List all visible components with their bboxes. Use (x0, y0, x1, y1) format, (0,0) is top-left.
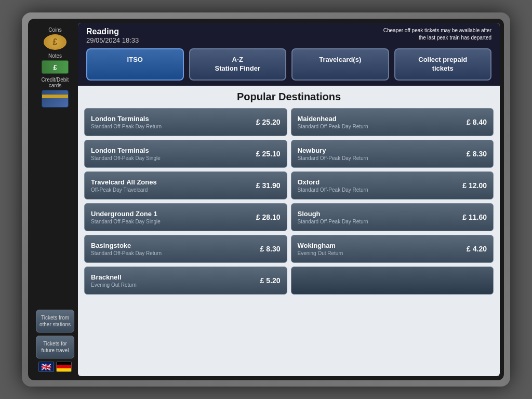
dest-button-bracknell[interactable]: Bracknell Evening Out Return £ 5.20 (84, 267, 287, 295)
dest-button-oxford[interactable]: Oxford Standard Off-Peak Day Return £ 12… (291, 171, 494, 200)
dest-price: £ 8.40 (467, 118, 487, 126)
collect-prepaid-button[interactable]: Collect prepaidtickets (394, 48, 492, 81)
dest-name: Maidenhead (298, 115, 368, 123)
dest-type: Standard Off-Peak Day Single (91, 155, 161, 161)
dest-name: Underground Zone 1 (91, 210, 161, 218)
dest-info: Underground Zone 1 Standard Off-Peak Day… (91, 210, 161, 224)
language-flags: 🇬🇧 (38, 362, 72, 372)
section-title: Popular Destinations (84, 91, 494, 103)
card-icon (42, 90, 69, 108)
dest-price: £ 12.00 (462, 181, 487, 190)
dest-price: £ 25.20 (256, 118, 281, 126)
dest-type: Standard Off-Peak Day Return (91, 250, 162, 256)
dest-price: £ 5.20 (260, 276, 281, 285)
travelcards-button[interactable]: Travelcard(s) (291, 48, 389, 81)
dest-info: London Terminals Standard Off-Peak Day S… (91, 147, 161, 161)
dest-button-slough[interactable]: Slough Standard Off-Peak Day Return £ 11… (291, 203, 494, 231)
dest-name: Slough (298, 210, 368, 218)
dest-price: £ 28.10 (256, 213, 281, 221)
dest-price: £ 8.30 (467, 150, 487, 158)
screen-bezel: Coins £ Notes £ Credit/Debit cards Ticke… (28, 19, 504, 380)
header-notice: Cheaper off peak tickets may be availabl… (377, 27, 491, 42)
notes-label: Notes (48, 53, 62, 59)
dest-price: £ 11.60 (462, 213, 487, 221)
sidebar: Coins £ Notes £ Credit/Debit cards Ticke… (32, 23, 78, 376)
dest-type: Evening Out Return (91, 282, 137, 288)
machine-outer: Coins £ Notes £ Credit/Debit cards Ticke… (22, 12, 510, 387)
dest-info: Basingstoke Standard Off-Peak Day Return (91, 242, 162, 256)
card-label: Credit/Debit cards (35, 77, 75, 88)
dest-info: Maidenhead Standard Off-Peak Day Return (298, 115, 368, 129)
station-info: Reading 29/05/2024 18:33 (86, 27, 139, 44)
dest-name: London Terminals (91, 147, 161, 154)
dest-name: Basingstoke (91, 242, 162, 249)
main-screen: Reading 29/05/2024 18:33 Cheaper off pea… (78, 23, 500, 376)
itso-button[interactable]: ITSO (86, 48, 184, 81)
dest-button-underground-zone-1[interactable]: Underground Zone 1 Standard Off-Peak Day… (84, 203, 287, 231)
dest-type: Standard Off-Peak Day Return (298, 124, 368, 129)
dest-type: Standard Off-Peak Day Single (91, 219, 161, 224)
top-buttons-row: ITSO A-ZStation Finder Travelcard(s) Col… (78, 48, 500, 86)
dest-button-maidenhead[interactable]: Maidenhead Standard Off-Peak Day Return … (291, 108, 494, 136)
dest-button-basingstoke[interactable]: Basingstoke Standard Off-Peak Day Return… (84, 235, 287, 263)
dest-button-wokingham[interactable]: Wokingham Evening Out Return £ 4.20 (291, 235, 494, 263)
dest-name: Wokingham (298, 242, 343, 249)
dest-name: Newbury (298, 147, 368, 154)
dest-name: Bracknell (91, 273, 137, 281)
dest-type: Standard Off-Peak Day Return (91, 124, 162, 129)
dest-type: Standard Off-Peak Day Return (298, 219, 368, 224)
dest-price: £ 25.10 (256, 150, 281, 158)
de-flag[interactable] (56, 362, 72, 372)
coin-icon: £ (44, 34, 66, 50)
dest-name: Travelcard All Zones (91, 178, 157, 186)
uk-flag[interactable]: 🇬🇧 (38, 362, 54, 372)
dest-info: Wokingham Evening Out Return (298, 242, 343, 256)
note-icon: £ (42, 60, 69, 74)
future-travel-button[interactable]: Tickets for future travel (36, 336, 74, 358)
dest-price: £ 4.20 (467, 245, 487, 253)
az-station-finder-button[interactable]: A-ZStation Finder (189, 48, 287, 81)
dest-name: Oxford (298, 178, 368, 186)
dest-button-travelcard-all-zones[interactable]: Travelcard All Zones Off-Peak Day Travel… (84, 171, 287, 200)
dest-info: Newbury Standard Off-Peak Day Return (298, 147, 368, 161)
dest-button-london-terminals[interactable]: London Terminals Standard Off-Peak Day R… (84, 108, 287, 136)
station-datetime: 29/05/2024 18:33 (86, 36, 139, 44)
dest-button-empty (291, 267, 494, 295)
card-section: Credit/Debit cards (35, 77, 75, 108)
dest-type: Standard Off-Peak Day Return (298, 187, 368, 193)
coins-label: Coins (48, 27, 62, 33)
station-name: Reading (86, 27, 139, 36)
destinations-grid: London Terminals Standard Off-Peak Day R… (84, 108, 494, 295)
header-bar: Reading 29/05/2024 18:33 Cheaper off pea… (78, 23, 500, 48)
dest-type: Off-Peak Day Travelcard (91, 187, 157, 193)
dest-type: Standard Off-Peak Day Return (298, 155, 368, 161)
other-stations-button[interactable]: Tickets from other stations (36, 310, 74, 332)
destinations-section: Popular Destinations London Terminals St… (78, 86, 500, 376)
dest-button-newbury[interactable]: Newbury Standard Off-Peak Day Return £ 8… (291, 140, 494, 168)
dest-info: Oxford Standard Off-Peak Day Return (298, 178, 368, 193)
coins-section: Coins £ (35, 27, 75, 50)
dest-info: Bracknell Evening Out Return (91, 273, 137, 288)
dest-type: Evening Out Return (298, 250, 343, 256)
dest-button-london-terminals[interactable]: London Terminals Standard Off-Peak Day S… (84, 140, 287, 168)
dest-info: London Terminals Standard Off-Peak Day R… (91, 115, 162, 129)
dest-info: Slough Standard Off-Peak Day Return (298, 210, 368, 224)
dest-price: £ 8.30 (260, 245, 281, 253)
dest-name: London Terminals (91, 115, 162, 123)
notes-section: Notes £ (35, 53, 75, 74)
dest-price: £ 31.90 (256, 181, 281, 190)
dest-info: Travelcard All Zones Off-Peak Day Travel… (91, 178, 157, 193)
